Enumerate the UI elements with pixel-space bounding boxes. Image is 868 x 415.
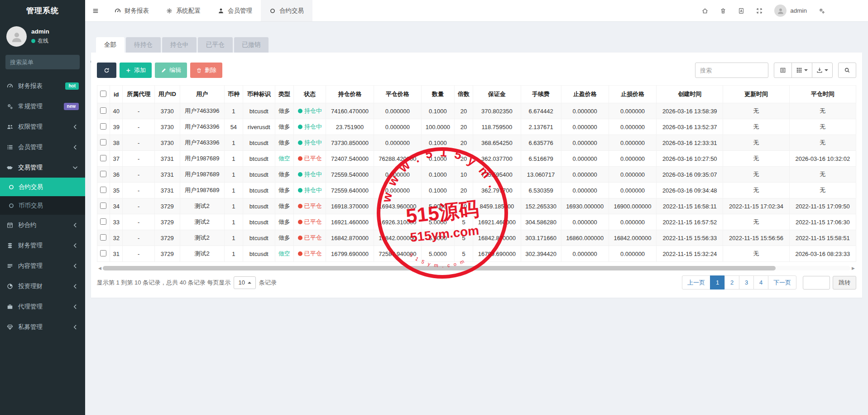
edit-button[interactable]: 编辑 — [155, 63, 187, 78]
cell-状态: 已平仓 — [293, 246, 326, 262]
cell-状态: 已平仓 — [293, 151, 326, 167]
home-button[interactable] — [702, 8, 708, 14]
cell-倍数: 20 — [454, 135, 473, 151]
next-page-button[interactable]: 下一页 — [768, 275, 796, 290]
filter-tab-待持仓[interactable]: 待持仓 — [126, 37, 161, 53]
scroll-right-arrow[interactable]: ▶ — [850, 266, 856, 270]
row-checkbox[interactable] — [100, 218, 106, 225]
cell-数量: 0.1000 — [421, 183, 454, 198]
sidebar-item-会员管理[interactable]: 会员管理 — [0, 137, 85, 157]
sidebar-item-内容管理[interactable]: 内容管理 — [0, 256, 85, 276]
cell-用户: 测试2 — [180, 214, 224, 230]
sidebar-item-财务管理[interactable]: 财务管理 — [0, 235, 85, 256]
sidebar-item-label: 代理管理 — [18, 303, 43, 311]
scrollbar-thumb[interactable] — [103, 266, 776, 270]
horizontal-scrollbar: ◀ ▶ — [97, 265, 856, 271]
sidebar-item-私募管理[interactable]: 私募管理 — [0, 317, 85, 337]
page-size-select[interactable]: 10 — [234, 276, 255, 289]
cell-创建时间: 2026-03-16 09:35:07 — [657, 167, 723, 183]
sidebar-item-财务报表[interactable]: 财务报表hot — [0, 76, 85, 96]
cell-手续费: 6.674442 — [521, 103, 561, 119]
row-checkbox[interactable] — [100, 123, 106, 130]
sidebar-item-投资理财[interactable]: 投资理财 — [0, 276, 85, 296]
jump-button[interactable]: 跳转 — [833, 276, 856, 290]
row-checkbox[interactable] — [100, 171, 106, 177]
cell-倍数: 20 — [454, 119, 473, 135]
nav-tab-label: 财务报表 — [125, 7, 149, 15]
chevron-down-icon — [72, 164, 79, 171]
cell-类型: 做空 — [275, 246, 293, 262]
sidebar-item-常规管理[interactable]: 常规管理new — [0, 96, 85, 116]
nav-tab-合约交易[interactable]: 合约交易 — [261, 0, 312, 21]
sidebar-item-交易管理[interactable]: 交易管理 — [0, 157, 85, 178]
cell-创建时间: 2022-11-15 16:58:11 — [657, 198, 723, 214]
refresh-button[interactable] — [97, 63, 116, 78]
page-button-1[interactable]: 1 — [710, 275, 725, 290]
sidebar-item-权限管理[interactable]: 权限管理 — [0, 116, 85, 137]
export-button[interactable] — [812, 63, 833, 78]
sidebar-search-input[interactable] — [10, 59, 90, 66]
cell-平仓时间: 无 — [789, 135, 856, 151]
cell-用户ID: 3730 — [154, 103, 180, 119]
sidebar-subitem-合约交易[interactable]: 合约交易 — [0, 178, 85, 196]
row-checkbox[interactable] — [100, 155, 106, 161]
delete-button[interactable]: 删除 — [190, 63, 222, 78]
row-checkbox[interactable] — [100, 187, 106, 193]
trash-button[interactable] — [720, 8, 726, 14]
status-dot-icon — [298, 140, 302, 145]
cell-状态: 已平仓 — [293, 198, 326, 214]
row-checkbox[interactable] — [100, 139, 106, 145]
cell-手续费: 303.171660 — [521, 230, 561, 246]
language-button[interactable] — [738, 8, 744, 14]
table-header-row: id所属代理用户ID用户币种币种标识类型状态持仓价格平仓价格数量倍数保证金手续费… — [97, 86, 856, 103]
navbar-user-menu[interactable]: admin — [774, 5, 807, 17]
column-header: id — [110, 86, 122, 103]
status-badge: 已平仓 — [298, 203, 322, 209]
cell-持仓价格: 73730.850000 — [326, 135, 374, 151]
cell-平仓价格: 0.000000 — [374, 135, 421, 151]
columns-button[interactable] — [791, 63, 812, 78]
cell-币种标识: btcusdt — [243, 151, 275, 167]
select-all-checkbox[interactable] — [100, 91, 106, 97]
page-button-3[interactable]: 3 — [739, 275, 754, 290]
cell-平仓价格: 76288.420000 — [374, 151, 421, 167]
row-checkbox[interactable] — [100, 250, 106, 256]
column-header: 数量 — [421, 86, 454, 103]
hamburger-icon[interactable] — [85, 0, 106, 21]
table-search-input[interactable] — [695, 63, 768, 78]
jump-page-input[interactable] — [803, 276, 830, 290]
filter-tab-已撤销[interactable]: 已撤销 — [234, 37, 269, 53]
pagination-summary: 显示第 1 到第 10 条记录，总共 40 条记录 每页显示 — [97, 279, 230, 287]
cell-用户: 测试2 — [180, 198, 224, 214]
search-button[interactable] — [838, 63, 856, 78]
nav-tab-财务报表[interactable]: 财务报表 — [106, 0, 158, 21]
prev-page-button[interactable]: 上一页 — [682, 275, 710, 290]
cell-手续费: 6.635776 — [521, 135, 561, 151]
filter-tab-全部[interactable]: 全部 — [96, 37, 125, 53]
status-dot-icon — [298, 188, 302, 193]
page-button-4[interactable]: 4 — [753, 275, 768, 290]
sidebar-item-秒合约[interactable]: 秒合约 — [0, 215, 85, 235]
nav-tab-会员管理[interactable]: 会员管理 — [209, 0, 261, 21]
nav-tab-系统配置[interactable]: 系统配置 — [158, 0, 209, 21]
column-header: 平仓价格 — [374, 86, 421, 103]
page-button-2[interactable]: 2 — [724, 275, 739, 290]
chevron-left-icon — [72, 283, 79, 290]
settings-button[interactable] — [819, 8, 825, 14]
sidebar-subitem-币币交易[interactable]: 币币交易 — [0, 196, 85, 215]
row-checkbox[interactable] — [100, 203, 106, 209]
sidebar-item-代理管理[interactable]: 代理管理 — [0, 296, 85, 317]
cell-手续费: 302.394420 — [521, 246, 561, 262]
scroll-left-arrow[interactable]: ◀ — [97, 266, 103, 270]
cell-止损价格: 0.000000 — [609, 214, 656, 230]
expand-button[interactable] — [756, 8, 762, 14]
row-checkbox[interactable] — [100, 234, 106, 241]
add-button[interactable]: 添加 — [120, 63, 152, 78]
filter-tab-持仓中[interactable]: 持仓中 — [162, 37, 197, 53]
column-header: 平仓时间 — [789, 86, 856, 103]
filter-tab-已平仓[interactable]: 已平仓 — [198, 37, 233, 53]
detail-view-button[interactable] — [774, 63, 792, 78]
cell-所属代理: - — [123, 119, 154, 135]
row-checkbox[interactable] — [100, 107, 106, 114]
cell-持仓价格: 16921.460000 — [326, 214, 374, 230]
